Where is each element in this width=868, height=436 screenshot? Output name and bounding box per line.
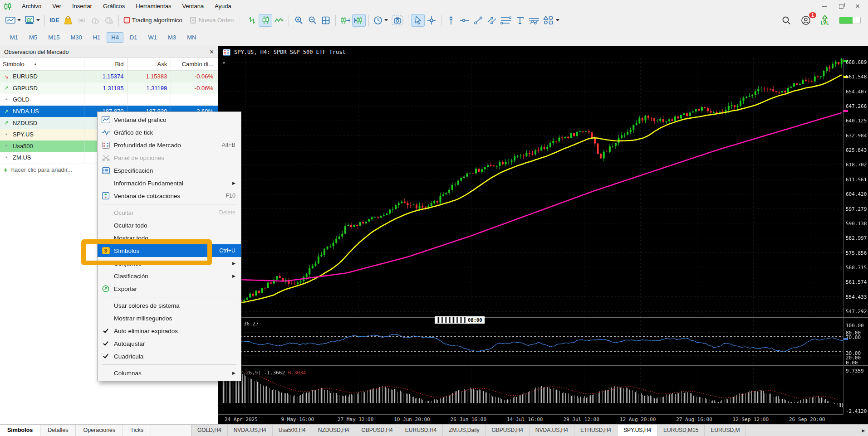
menu-archivo[interactable]: Archivo [16, 0, 47, 13]
menu-item-informacion-fundamental[interactable]: Información Fundamental▶ [98, 177, 241, 189]
table-row-GOLD[interactable]: •GOLD [0, 94, 218, 106]
ide-button[interactable]: IDE [48, 14, 61, 27]
close-button[interactable]: × [855, 3, 860, 10]
tile-windows-button[interactable] [319, 14, 333, 27]
menu-item-conjuntos[interactable]: Conjuntos▶ [98, 257, 241, 270]
menu-item-ventana-de-cotizaciones[interactable]: Ventana de cotizacionesF10 [98, 189, 241, 202]
timeframe-W1[interactable]: W1 [144, 32, 162, 43]
level-indicator[interactable]: LVL [821, 15, 829, 25]
menu-item-mostrar-milisegundos[interactable]: Mostrar milisegundos [98, 312, 241, 325]
table-row-GBPUSD[interactable]: ↗GBPUSD1.311851.31199-0.06% [0, 82, 218, 94]
chart-shift-button[interactable] [352, 14, 366, 27]
timeframe-D1[interactable]: D1 [125, 32, 142, 43]
market-watch-close-icon[interactable]: × [210, 48, 214, 56]
new-chart-caret[interactable] [17, 19, 21, 21]
crosshair-tool-button[interactable] [425, 14, 438, 27]
chart-tab-1[interactable]: NVDA.US,H4 [228, 425, 273, 436]
panel-tab-símbolos[interactable]: Símbolos [0, 425, 40, 436]
timeframe-H1[interactable]: H1 [88, 32, 105, 43]
panel-tab-ticks[interactable]: Ticks [123, 425, 151, 436]
one-click-trading-toggle[interactable]: ▼ [222, 61, 226, 65]
chart-tab-4[interactable]: GBPUSD,H4 [355, 425, 399, 436]
pitchfork-tool-button[interactable] [527, 14, 541, 27]
depth-of-market-icon[interactable] [223, 49, 230, 56]
menu-item-panel-de-opciones[interactable]: Panel de opciones [98, 151, 241, 164]
timeframe-M1[interactable]: M1 [5, 32, 23, 43]
chart-tab-9[interactable]: ETHUSD,H4 [574, 425, 618, 436]
menu-ver[interactable]: Ver [47, 0, 67, 13]
column-header-ask[interactable]: Ask [128, 58, 171, 70]
timeframe-M3[interactable]: M3 [163, 32, 181, 43]
horizontal-line-tool-button[interactable] [458, 14, 471, 27]
tabs-scroll-right-icon[interactable]: ▶ [859, 425, 868, 436]
text-tool-button[interactable] [513, 14, 527, 27]
timeframe-M15[interactable]: M15 [44, 32, 64, 43]
timeframe-H4[interactable]: H4 [107, 32, 123, 43]
vertical-line-tool-button[interactable] [444, 14, 458, 27]
chart-tab-6[interactable]: ZM.US,Daily [443, 425, 485, 436]
timeframe-M5[interactable]: M5 [25, 32, 42, 43]
timeframe-M30[interactable]: M30 [66, 32, 86, 43]
chart-tab-7[interactable]: GBPUSD,H4 [486, 425, 530, 436]
news-globe-button[interactable] [102, 14, 116, 27]
search-icon[interactable] [782, 16, 791, 25]
menu-ayuda[interactable]: Ayuda [209, 0, 237, 13]
menu-item-ocultar[interactable]: OcultarDelete [98, 206, 241, 219]
line-chart-mode-button[interactable] [272, 14, 286, 27]
chart-tab-12[interactable]: EURUSD,M [705, 425, 746, 436]
vps-cloud-button[interactable] [88, 14, 102, 27]
chart-tab-11[interactable]: EURUSD,M15 [657, 425, 705, 436]
period-caret[interactable] [384, 19, 388, 21]
fibonacci-tool-button[interactable] [499, 14, 513, 27]
time-axis[interactable]: 24 Apr 20259 May 16:0027 May 12:0010 Jun… [218, 414, 843, 424]
chart-tab-3[interactable]: NZDUSD,H4 [312, 425, 356, 436]
menu-item-clasificacion[interactable]: Clasificación▶ [98, 270, 241, 282]
table-row-EURUSD[interactable]: ↘EURUSD1.153741.15383-0.06% [0, 71, 218, 82]
menu-item-ocultar-todo[interactable]: Ocultar todo [98, 219, 241, 232]
menu-item-exportar[interactable]: Exportar [98, 282, 241, 295]
panel-tab-detalles[interactable]: Detalles [40, 425, 76, 436]
menu-ventana[interactable]: Ventana [177, 0, 209, 13]
market-button[interactable] [61, 14, 75, 27]
user-account-icon[interactable]: 1 [801, 15, 811, 25]
algo-trading-button[interactable]: Trading algorítmico [122, 14, 188, 27]
column-header-chg[interactable]: Cambio di... [171, 58, 218, 70]
screenshot-button[interactable] [390, 14, 405, 27]
candlestick-mode-button[interactable] [259, 14, 272, 27]
trendline-tool-button[interactable] [471, 14, 485, 27]
notification-badge[interactable]: 1 [809, 12, 816, 18]
menu-gráficos[interactable]: Gráficos [98, 0, 130, 13]
chart-tab-8[interactable]: NVDA.US,H4 [530, 425, 574, 436]
menu-insertar[interactable]: Insertar [67, 0, 98, 13]
bar-chart-mode-button[interactable] [245, 14, 259, 27]
column-header-bid[interactable]: Bid [84, 58, 128, 70]
menu-item-especificacion[interactable]: Especificación [98, 164, 241, 177]
menu-item-usar-colores-de-sistema[interactable]: Usar colores de sistema [98, 299, 241, 312]
zoom-in-button[interactable] [292, 14, 305, 27]
shapes-caret[interactable] [556, 19, 559, 21]
signals-button[interactable] [75, 14, 88, 27]
menu-item-profundidad-de-mercado[interactable]: Profundidad de MercadoAlt+B [98, 139, 241, 151]
menu-item-columnas[interactable]: Columnas▶ [98, 367, 241, 379]
menu-item-simbolos[interactable]: $SímbolosCtrl+U [98, 244, 241, 257]
channel-tool-button[interactable] [485, 14, 499, 27]
column-header-sym[interactable]: Símbolo▲ [0, 58, 84, 70]
profiles-button[interactable] [23, 14, 42, 27]
restore-button[interactable] [839, 4, 843, 9]
price-scale[interactable]: 668.689661.548654.407647.266640.125632.9… [843, 58, 868, 414]
menu-item-autoajustar[interactable]: Autoajustar [98, 337, 241, 350]
chart-tab-5[interactable]: EURUSD,H4 [399, 425, 443, 436]
menu-herramientas[interactable]: Herramientas [130, 0, 177, 13]
zoom-out-button[interactable] [305, 14, 319, 27]
timeframe-MN[interactable]: MN [182, 32, 201, 43]
cursor-tool-button[interactable] [411, 14, 425, 27]
minimize-button[interactable] [822, 6, 827, 7]
new-order-button[interactable]: Nueva Orden [188, 14, 239, 27]
chart-tab-0[interactable]: GOLD,H4 [191, 425, 228, 436]
new-chart-button[interactable] [4, 14, 23, 27]
menu-item-grafico-de-tick[interactable]: Gráfico de tick [98, 126, 241, 139]
profiles-caret[interactable] [36, 19, 40, 21]
period-clock-button[interactable] [372, 14, 390, 27]
auto-scroll-button[interactable] [338, 14, 352, 27]
chart-tab-2[interactable]: Usa500,H4 [273, 425, 312, 436]
